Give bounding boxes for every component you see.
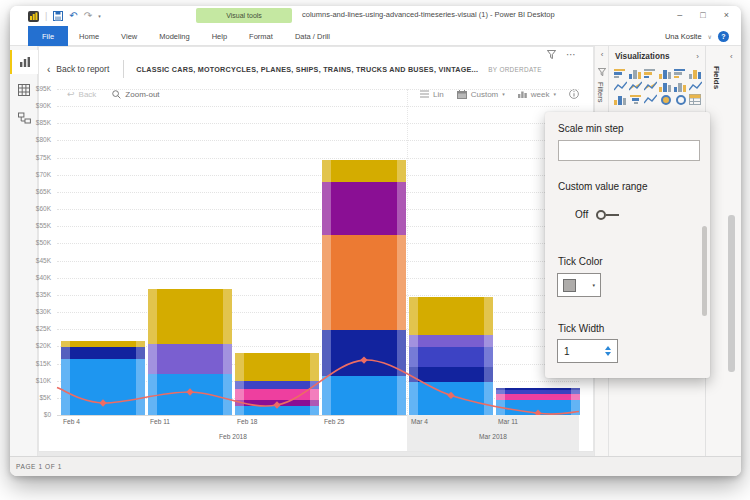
line-chart-icon[interactable] — [614, 81, 627, 92]
expand-filters-chevron-icon[interactable]: ‹ — [595, 50, 609, 59]
user-area: Una Koslte ∨ ? — [665, 26, 729, 46]
visual-header-icons: ⋯ — [547, 49, 577, 60]
y-axis-label: $40K — [11, 274, 51, 281]
tick-width-label: Tick Width — [558, 323, 604, 334]
fields-strip-label: Fields — [712, 66, 721, 89]
powerbi-window: | ↶ ↷ ▾ Visual tools columns-and-lines-u… — [10, 6, 741, 476]
tab-format[interactable]: Format — [238, 26, 284, 46]
window-controls: – □ × — [677, 8, 729, 22]
line-marker[interactable] — [186, 388, 193, 395]
scale-min-step-label: Scale min step — [558, 123, 624, 134]
main-content: ⋯ ‹ Back to report CLASSIC CARS, MOTORCY… — [10, 46, 741, 456]
area-chart-icon[interactable] — [629, 81, 642, 92]
visualization-type-grid — [614, 68, 704, 105]
save-icon[interactable] — [53, 11, 63, 21]
tick-color-swatch — [563, 279, 576, 292]
custom-value-range-toggle[interactable]: Off — [575, 209, 619, 220]
help-icon[interactable]: ? — [718, 31, 729, 42]
100-stacked-column-chart-icon[interactable] — [689, 68, 702, 79]
pie-chart-icon[interactable] — [659, 94, 672, 105]
line-marker[interactable] — [447, 392, 454, 399]
y-axis-label: $95K — [11, 85, 51, 92]
waterfall-chart-icon[interactable] — [614, 94, 627, 105]
tick-width-spinner[interactable]: 1 — [557, 339, 618, 363]
scale-min-step-input[interactable] — [558, 140, 700, 161]
custom-value-range-state: Off — [575, 209, 588, 220]
visual-title: CLASSIC CARS, MOTORCYCLES, PLANES, SHIPS… — [136, 65, 478, 74]
y-axis-label: $80K — [11, 136, 51, 143]
tick-color-dropdown[interactable]: ▾ — [557, 273, 601, 297]
y-axis-label: $50K — [11, 239, 51, 246]
stacked-bar-chart-icon[interactable] — [614, 68, 627, 79]
month-axis-label: Feb 2018 — [219, 433, 247, 440]
line-and-clustered-column-chart-icon[interactable] — [659, 81, 672, 92]
redo-icon[interactable]: ↷ — [84, 11, 92, 21]
tab-modeling[interactable]: Modeling — [148, 26, 200, 46]
undo-icon[interactable]: ↶ — [69, 11, 77, 21]
ribbon-chart-icon[interactable] — [689, 81, 702, 92]
maximize-button[interactable]: □ — [700, 8, 705, 22]
separator: | — [45, 11, 47, 21]
y-axis-label: $35K — [11, 291, 51, 298]
toggle-track — [606, 214, 619, 216]
report-view-button[interactable] — [10, 50, 38, 74]
back-to-report-link[interactable]: ‹ Back to report — [47, 64, 109, 75]
custom-value-range-label: Custom value range — [558, 181, 648, 192]
minimize-button[interactable]: – — [677, 8, 682, 22]
line-marker[interactable] — [360, 356, 367, 363]
100-stacked-bar-chart-icon[interactable] — [674, 68, 687, 79]
fields-strip: ‹ Fields — [705, 46, 741, 456]
spinner-down-icon[interactable] — [605, 352, 611, 356]
tab-view[interactable]: View — [110, 26, 148, 46]
donut-chart-icon[interactable] — [674, 94, 687, 105]
report-view-icon — [19, 56, 31, 68]
tab-home[interactable]: Home — [68, 26, 110, 46]
matrix-icon[interactable] — [689, 94, 702, 105]
tab-data-drill[interactable]: Data / Drill — [284, 26, 341, 46]
line-and-stacked-column-chart-icon[interactable] — [674, 81, 687, 92]
signed-in-user[interactable]: Una Koslte — [665, 32, 702, 41]
line-marker[interactable] — [273, 401, 280, 408]
y-axis-label: $45K — [11, 257, 51, 264]
quick-access-toolbar: | ↶ ↷ ▾ — [28, 9, 101, 23]
scatter-chart-icon[interactable] — [644, 94, 657, 105]
stacked-column-chart-icon[interactable] — [629, 68, 642, 79]
y-axis-label: $25K — [11, 325, 51, 332]
visualizations-title: Visualizations — [615, 52, 669, 61]
tab-file[interactable]: File — [28, 26, 68, 46]
y-axis-label: $90K — [11, 102, 51, 109]
report-page: ⋯ ‹ Back to report CLASSIC CARS, MOTORCY… — [38, 46, 594, 452]
spinner-arrows[interactable] — [605, 346, 611, 356]
axis-settings-popup: Scale min step Custom value range Off Ti… — [545, 112, 710, 378]
funnel-chart-icon[interactable] — [629, 94, 642, 105]
collapse-visualizations-chevron-icon[interactable]: › — [696, 52, 699, 61]
fields-scrollbar[interactable] — [728, 215, 735, 372]
x-axis-label: Feb 25 — [324, 418, 345, 425]
more-options-icon[interactable]: ⋯ — [566, 49, 577, 60]
x-axis-label: Mar 11 — [498, 418, 518, 425]
tick-color-label: Tick Color — [558, 256, 603, 267]
y-axis-label: $30K — [11, 308, 51, 315]
tick-width-value: 1 — [564, 346, 570, 357]
spinner-up-icon[interactable] — [605, 346, 611, 350]
close-button[interactable]: × — [724, 8, 729, 22]
clustered-bar-chart-icon[interactable] — [644, 68, 657, 79]
clustered-column-chart-icon[interactable] — [659, 68, 672, 79]
stacked-area-chart-icon[interactable] — [644, 81, 657, 92]
month-axis-label: Mar 2018 — [479, 433, 507, 440]
x-axis: Feb 2018Mar 2018Feb 4Feb 11Feb 18Feb 25M… — [57, 415, 579, 451]
user-menu-chevron-icon[interactable]: ∨ — [708, 33, 712, 40]
line-marker[interactable] — [99, 399, 106, 406]
tab-help[interactable]: Help — [201, 26, 238, 46]
qat-customize-icon[interactable]: ▾ — [98, 13, 101, 19]
caret-down-icon: ▾ — [592, 282, 595, 288]
window-title: columns-and-lines-using-advanced-timeser… — [302, 10, 555, 19]
expand-fields-chevron-icon[interactable]: ‹ — [730, 52, 733, 61]
model-view-button[interactable] — [10, 106, 38, 130]
x-axis-label: Feb 11 — [150, 418, 170, 425]
x-axis-label: Feb 4 — [63, 418, 80, 425]
filter-icon[interactable] — [547, 50, 556, 59]
popup-scrollbar[interactable] — [702, 226, 707, 316]
y-axis-label: $75K — [11, 154, 51, 161]
chart-plot-area: $0$5K$10K$15K$20K$25K$30K$35K$40K$45K$50… — [57, 89, 579, 415]
